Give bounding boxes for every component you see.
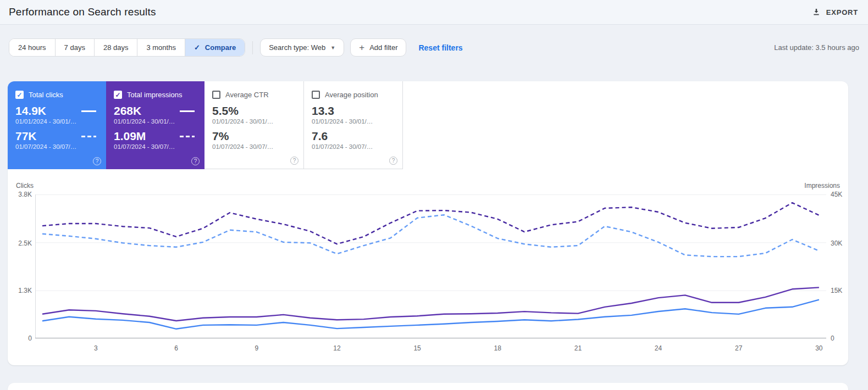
card-value-period1: 14.9K	[15, 104, 46, 118]
filter-bar: 24 hours7 days28 days3 months✓Compare Se…	[9, 38, 859, 57]
series-clicks-01-07-2024-30-07-2024	[42, 215, 819, 257]
x-axis-tick: 24	[648, 344, 670, 352]
search-type-chip[interactable]: Search type: Web ▼	[260, 38, 344, 57]
right-axis-tick: 0	[831, 335, 834, 342]
card-date-period1: 01/01/2024 - 30/01/…	[312, 118, 395, 125]
series-clicks-01-01-2024-30-01-2024	[42, 300, 819, 329]
card-label: Total impressions	[127, 91, 182, 99]
checked-checkbox[interactable]: ✓	[114, 91, 122, 99]
right-axis-tick: 15K	[831, 287, 842, 294]
x-axis-tick: 15	[406, 344, 428, 352]
card-total-clicks[interactable]: ✓Total clicks14.9K01/01/2024 - 30/01/…77…	[8, 81, 106, 169]
search-type-label: Search type: Web	[269, 43, 325, 52]
add-filter-label: Add filter	[369, 43, 397, 52]
left-axis-tick: 3.8K	[8, 191, 32, 198]
chevron-down-icon: ▼	[330, 45, 335, 51]
card-value-period1: 13.3	[312, 104, 334, 118]
chip-3-months[interactable]: 3 months	[137, 39, 184, 56]
filter-divider	[252, 41, 253, 54]
help-icon[interactable]: ?	[290, 157, 298, 165]
card-date-period2: 01/07/2024 - 30/07/…	[212, 143, 296, 150]
x-axis-tick: 6	[165, 344, 187, 352]
left-axis-tick: 1.3K	[8, 287, 32, 294]
x-axis-tick: 3	[85, 344, 107, 352]
card-average-position[interactable]: Average position13.301/01/2024 - 30/01/……	[304, 81, 403, 169]
x-axis-tick: 12	[326, 344, 348, 352]
performance-panel: ✓Total clicks14.9K01/01/2024 - 30/01/…77…	[8, 81, 848, 365]
series-impressions-01-07-2024-30-07-2024	[42, 203, 819, 244]
card-label: Average CTR	[225, 91, 269, 99]
check-icon: ✓	[194, 43, 200, 52]
left-axis-title: Clicks	[16, 182, 34, 190]
card-label: Average position	[325, 91, 378, 99]
card-date-period1: 01/01/2024 - 30/01/…	[212, 118, 296, 125]
solid-line-icon	[81, 110, 96, 112]
metric-cards: ✓Total clicks14.9K01/01/2024 - 30/01/…77…	[8, 81, 848, 169]
date-range-chip-group: 24 hours7 days28 days3 months✓Compare	[9, 38, 245, 57]
card-total-impressions[interactable]: ✓Total impressions268K01/01/2024 - 30/01…	[106, 81, 204, 169]
right-axis-tick: 45K	[831, 191, 842, 198]
compare-label: Compare	[205, 43, 236, 52]
dashed-line-icon	[180, 136, 195, 137]
x-axis-tick: 30	[808, 344, 830, 352]
performance-chart	[35, 194, 827, 339]
card-date-period2: 01/07/2024 - 30/07/…	[312, 143, 395, 150]
unchecked-checkbox[interactable]	[312, 91, 320, 99]
chip-compare[interactable]: ✓Compare	[185, 39, 245, 56]
left-axis-tick: 0	[8, 335, 32, 342]
add-filter-chip[interactable]: + Add filter	[350, 38, 406, 57]
card-average-ctr[interactable]: Average CTR5.5%01/01/2024 - 30/01/…7%01/…	[204, 81, 304, 169]
solid-line-icon	[180, 110, 195, 112]
card-value-period2: 7%	[212, 130, 229, 143]
right-axis-tick: 30K	[831, 239, 842, 247]
export-label: EXPORT	[826, 8, 858, 16]
left-axis-tick: 2.5K	[8, 239, 32, 247]
card-value-period2: 1.09M	[114, 130, 146, 143]
plus-icon: +	[359, 43, 364, 52]
last-update-text: Last update: 3.5 hours ago	[774, 43, 859, 52]
card-date-period1: 01/01/2024 - 30/01/…	[15, 118, 98, 125]
checked-checkbox[interactable]: ✓	[15, 91, 24, 99]
help-icon[interactable]: ?	[191, 157, 200, 165]
card-date-period1: 01/01/2024 - 30/01/…	[114, 118, 197, 125]
next-panel-top	[8, 383, 848, 390]
right-axis-title: Impressions	[804, 182, 840, 190]
x-axis-tick: 9	[246, 344, 268, 352]
page-title: Performance on Search results	[9, 6, 156, 18]
chip-24-hours[interactable]: 24 hours	[9, 39, 55, 56]
card-label: Total clicks	[29, 91, 63, 99]
card-value-period1: 268K	[114, 104, 141, 118]
download-icon	[812, 8, 821, 16]
unchecked-checkbox[interactable]	[212, 91, 220, 99]
export-button[interactable]: EXPORT	[812, 8, 858, 16]
card-date-period2: 01/07/2024 - 30/07/…	[15, 143, 98, 150]
dashed-line-icon	[81, 136, 96, 137]
page-header: Performance on Search results EXPORT	[0, 0, 868, 25]
chip-28-days[interactable]: 28 days	[94, 39, 137, 56]
reset-filters-link[interactable]: Reset filters	[418, 43, 462, 52]
series-impressions-01-01-2024-30-01-2024	[42, 287, 819, 321]
card-date-period2: 01/07/2024 - 30/07/…	[114, 143, 197, 150]
x-axis-tick: 21	[567, 344, 589, 352]
card-value-period1: 5.5%	[212, 104, 239, 118]
card-value-period2: 77K	[15, 130, 37, 143]
x-axis-tick: 18	[486, 344, 508, 352]
x-axis-tick: 27	[728, 344, 750, 352]
help-icon[interactable]: ?	[93, 157, 101, 165]
card-value-period2: 7.6	[312, 130, 328, 143]
chip-7-days[interactable]: 7 days	[55, 39, 94, 56]
help-icon[interactable]: ?	[389, 157, 397, 165]
